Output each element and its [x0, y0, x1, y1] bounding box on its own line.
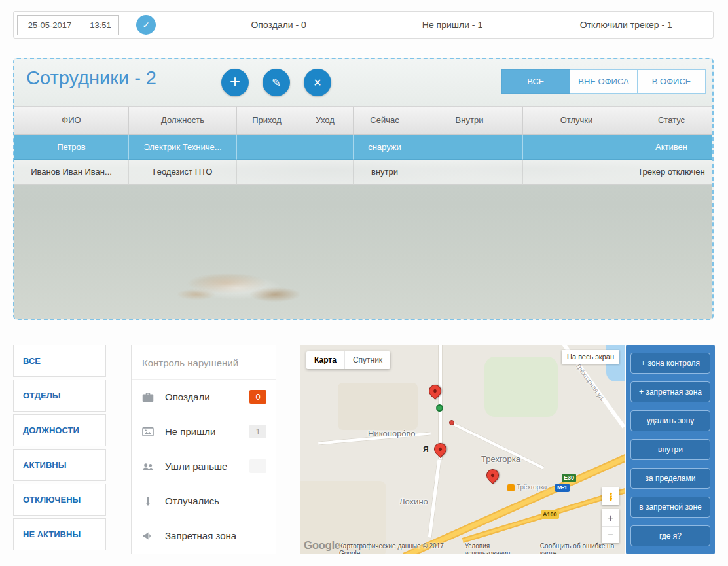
pegman-icon	[606, 491, 616, 502]
zoom-in-button[interactable]: +	[602, 509, 619, 526]
sidebar-item-disabled[interactable]: ОТКЛЮЧЕНЫ	[13, 484, 106, 516]
map-attribution: Картографические данные © 2017 Google Ус…	[339, 544, 625, 554]
report-error-link[interactable]: Сообщить об ошибке на карте	[540, 542, 625, 555]
cell-status: Трекер отключен	[630, 160, 712, 185]
violation-item-not-arrived[interactable]: Не пришли 1	[132, 414, 276, 449]
tab-out-of-office[interactable]: ВНЕ ОФИСА	[570, 69, 638, 94]
apply-datetime-button[interactable]: ✓	[136, 15, 156, 35]
sidebar-item-all[interactable]: ВСЕ	[13, 345, 106, 377]
map-built-area	[338, 383, 418, 430]
place-label: Никоноро́во	[368, 429, 416, 438]
employees-panel: Сотрудники - 2 + ✎ ✕ ВСЕ ВНЕ ОФИСА В ОФИ…	[13, 58, 714, 320]
place-label: Лохино	[399, 497, 428, 506]
late-stat: Опоздали - 0	[192, 20, 365, 30]
in-forbidden-zone-button[interactable]: в запретной зоне	[630, 497, 710, 518]
violations-title: Контроль нарушений	[132, 345, 276, 380]
cell-now: снаружи	[354, 135, 416, 160]
table-row[interactable]: Иванов Иван Иван... Геодезист ПТО внутри…	[14, 160, 712, 185]
column-header-status: Статус	[630, 107, 712, 134]
cell-arrival	[237, 160, 297, 185]
cell-arrival	[237, 135, 297, 160]
megaphone-icon	[141, 529, 155, 543]
plus-icon: +	[230, 71, 240, 92]
date-input[interactable]: 25-05-2017	[17, 15, 82, 35]
map-type-map-button[interactable]: Карта	[306, 351, 344, 369]
close-icon: ✕	[313, 77, 321, 89]
map-road	[428, 459, 442, 539]
tab-in-office[interactable]: В ОФИСЕ	[638, 69, 706, 94]
cell-now: внутри	[354, 160, 416, 185]
tie-icon	[141, 494, 155, 508]
zoom-control: + −	[602, 509, 619, 543]
inside-button[interactable]: внутри	[630, 439, 710, 460]
edit-employee-button[interactable]: ✎	[263, 69, 290, 96]
violation-label: Не пришли	[165, 426, 249, 437]
road-shield-a100: А100	[541, 510, 559, 519]
violation-label: Опоздали	[165, 391, 249, 402]
add-employee-button[interactable]: +	[221, 69, 249, 96]
train-station-icon	[507, 484, 515, 491]
tracker-off-stat: Отключили трекер - 1	[539, 20, 713, 30]
fullscreen-button[interactable]: На весь экран	[562, 350, 619, 364]
street-label: Трёхгорная ул.	[574, 362, 606, 402]
employees-title: Сотрудники - 2	[26, 67, 156, 89]
cell-status: Активен	[630, 135, 712, 160]
employees-panel-header: Сотрудники - 2 + ✎ ✕ ВСЕ ВНЕ ОФИСА В ОФИ…	[14, 59, 712, 106]
where-am-i-button[interactable]: где я?	[630, 525, 710, 546]
violation-label: Отлучались	[165, 495, 266, 506]
filter-sidebar: ВСЕ ОТДЕЛЫ ДОЛЖНОСТИ АКТИВНЫ ОТКЛЮЧЕНЫ Н…	[13, 345, 106, 553]
violations-panel: Контроль нарушений Опоздали 0 Не пришли …	[131, 345, 276, 554]
place-label: Трехгорка	[481, 454, 520, 464]
add-forbidden-zone-button[interactable]: + запретная зона	[630, 381, 710, 402]
cell-position: Электрик Техниче...	[129, 135, 237, 160]
outside-button[interactable]: за пределами	[630, 468, 710, 489]
pegman-streetview-control[interactable]	[602, 487, 619, 505]
pencil-icon: ✎	[272, 76, 281, 90]
column-header-now: Сейчас	[354, 107, 416, 134]
terms-link[interactable]: Условия использования	[465, 542, 531, 555]
late-count-badge: 0	[249, 390, 266, 404]
left-early-count-badge	[249, 459, 266, 473]
employee-map-pin[interactable]	[484, 467, 501, 484]
table-row[interactable]: Петров Электрик Техниче... снаружи Актив…	[14, 135, 712, 160]
delete-employee-button[interactable]: ✕	[304, 69, 331, 96]
not-arrived-count-badge: 1	[249, 425, 266, 438]
violation-item-absent[interactable]: Отлучались	[132, 484, 276, 518]
cell-departure	[297, 135, 354, 160]
zone-controls-panel: + зона контроля + запретная зона удалить…	[626, 345, 715, 554]
add-control-zone-button[interactable]: + зона контроля	[630, 353, 710, 374]
cell-position: Геодезист ПТО	[129, 160, 237, 185]
place-label: Трёхгорка	[517, 484, 547, 491]
sidebar-item-departments[interactable]: ОТДЕЛЫ	[13, 380, 106, 412]
me-marker-label: Я	[423, 445, 429, 454]
violation-item-late[interactable]: Опоздали 0	[132, 380, 276, 414]
road-shield-e30: E30	[562, 474, 576, 482]
me-map-pin[interactable]	[431, 440, 449, 458]
cell-inside	[416, 135, 523, 160]
cell-departure	[297, 160, 354, 185]
tab-all[interactable]: ВСЕ	[501, 69, 570, 94]
road-shield-m1: М-1	[555, 484, 570, 492]
sidebar-item-active[interactable]: АКТИВНЫ	[13, 449, 106, 481]
map-type-switch: Карта Спутник	[306, 351, 390, 369]
people-icon	[141, 459, 155, 474]
sidebar-item-positions[interactable]: ДОЛЖНОСТИ	[13, 414, 106, 446]
cell-inside	[416, 160, 523, 185]
zoom-out-button[interactable]: −	[602, 526, 619, 543]
sidebar-item-inactive[interactable]: НЕ АКТИВНЫ	[13, 518, 106, 550]
map-canvas[interactable]: Никоноро́во Трехгорка Трёхгорка Лохино Т…	[300, 345, 625, 554]
small-marker[interactable]	[449, 420, 454, 425]
column-header-position: Должность	[129, 107, 237, 134]
google-logo[interactable]: Google	[304, 539, 340, 552]
app: 25-05-2017 13:51 ✓ Опоздали - 0 Не пришл…	[0, 0, 728, 566]
delete-zone-button[interactable]: удалить зону	[630, 410, 710, 431]
violation-item-left-early[interactable]: Ушли раньше	[132, 449, 276, 484]
violation-label: Запретная зона	[165, 530, 266, 541]
map-type-satellite-button[interactable]: Спутник	[344, 351, 390, 369]
violation-item-forbidden-zone[interactable]: Запретная зона	[132, 518, 276, 553]
column-header-arrival: Приход	[237, 107, 297, 134]
time-input[interactable]: 13:51	[82, 15, 119, 35]
column-header-absences: Отлучки	[523, 107, 630, 134]
office-marker[interactable]	[436, 404, 443, 412]
check-icon: ✓	[142, 20, 150, 30]
